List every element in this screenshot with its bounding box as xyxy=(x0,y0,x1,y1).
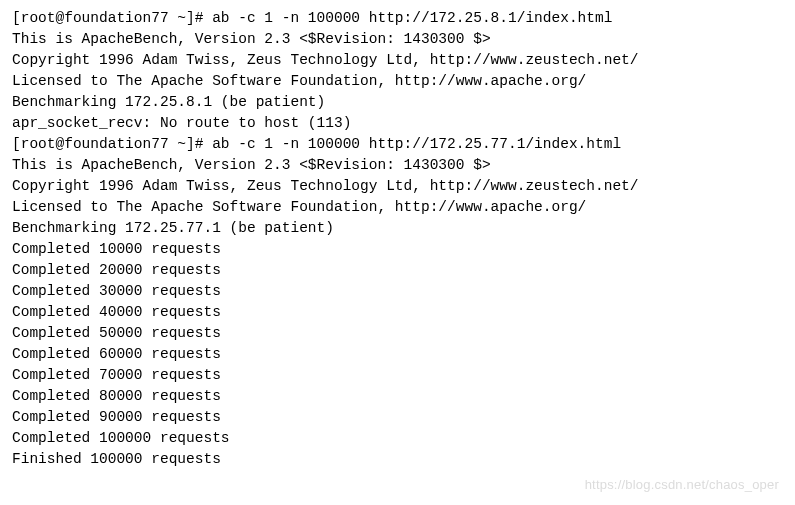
terminal-line: Completed 60000 requests xyxy=(12,344,783,365)
terminal-output: [root@foundation77 ~]# ab -c 1 -n 100000… xyxy=(12,8,783,470)
watermark-text: https://blog.csdn.net/chaos_oper xyxy=(585,476,779,495)
terminal-line: This is ApacheBench, Version 2.3 <$Revis… xyxy=(12,29,783,50)
terminal-line: Licensed to The Apache Software Foundati… xyxy=(12,197,783,218)
terminal-line: Completed 70000 requests xyxy=(12,365,783,386)
terminal-line: Completed 80000 requests xyxy=(12,386,783,407)
terminal-line: Completed 20000 requests xyxy=(12,260,783,281)
terminal-line: [root@foundation77 ~]# ab -c 1 -n 100000… xyxy=(12,8,783,29)
terminal-line: Copyright 1996 Adam Twiss, Zeus Technolo… xyxy=(12,50,783,71)
terminal-line: [root@foundation77 ~]# ab -c 1 -n 100000… xyxy=(12,134,783,155)
terminal-line: apr_socket_recv: No route to host (113) xyxy=(12,113,783,134)
terminal-line: Licensed to The Apache Software Foundati… xyxy=(12,71,783,92)
terminal-line: Copyright 1996 Adam Twiss, Zeus Technolo… xyxy=(12,176,783,197)
terminal-line: Completed 30000 requests xyxy=(12,281,783,302)
terminal-line: Completed 10000 requests xyxy=(12,239,783,260)
terminal-line: Completed 50000 requests xyxy=(12,323,783,344)
terminal-line: This is ApacheBench, Version 2.3 <$Revis… xyxy=(12,155,783,176)
terminal-line: Benchmarking 172.25.77.1 (be patient) xyxy=(12,218,783,239)
terminal-line: Completed 100000 requests xyxy=(12,428,783,449)
terminal-line: Completed 90000 requests xyxy=(12,407,783,428)
terminal-line: Benchmarking 172.25.8.1 (be patient) xyxy=(12,92,783,113)
terminal-line: Completed 40000 requests xyxy=(12,302,783,323)
terminal-line: Finished 100000 requests xyxy=(12,449,783,470)
